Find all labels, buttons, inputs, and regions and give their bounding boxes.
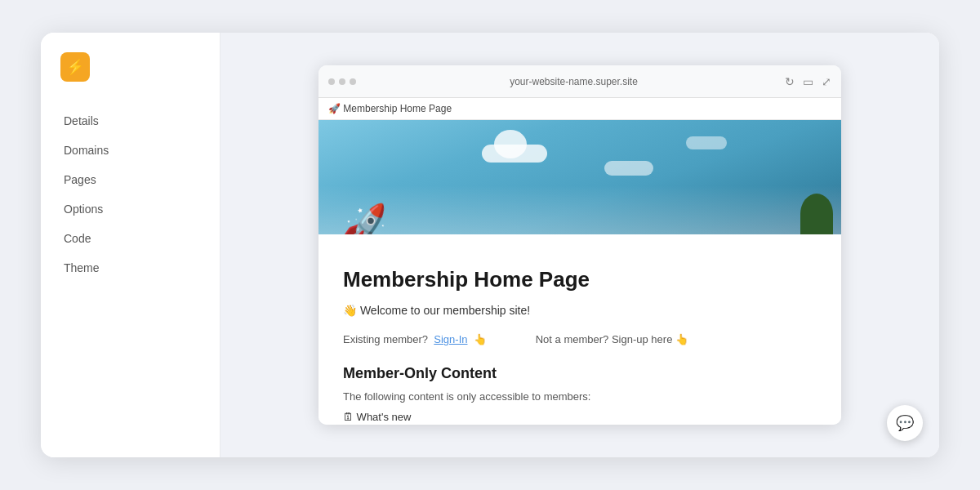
signin-label: Existing member? Sign-In 👆 bbox=[343, 333, 487, 345]
sidebar-item-code[interactable]: Code bbox=[60, 225, 220, 252]
hero-image: 🚀 bbox=[318, 120, 841, 234]
main-content-area: your-website-name.super.site ↻ ▭ ⤢ 🚀 Mem… bbox=[220, 33, 939, 457]
signup-label: Not a member? Sign-up here 👆 bbox=[536, 333, 688, 345]
tree-decoration bbox=[800, 194, 833, 234]
sidebar-item-domains[interactable]: Domains bbox=[60, 137, 220, 163]
sidebar-item-options[interactable]: Options bbox=[60, 196, 220, 222]
active-tab[interactable]: 🚀 Membership Home Page bbox=[328, 103, 452, 114]
cloud-decoration-3 bbox=[686, 136, 727, 149]
sidebar-logo[interactable]: ⚡ bbox=[60, 52, 90, 82]
member-section-desc: The following content is only accessible… bbox=[343, 390, 817, 403]
browser-dots bbox=[328, 78, 356, 85]
chat-icon: 💬 bbox=[896, 414, 914, 432]
signin-row: Existing member? Sign-In 👆 Not a member?… bbox=[343, 333, 817, 345]
sidebar-item-theme[interactable]: Theme bbox=[60, 255, 220, 281]
sidebar-item-pages[interactable]: Pages bbox=[60, 167, 220, 193]
logo-icon: ⚡ bbox=[66, 58, 84, 76]
browser-dot-green bbox=[350, 78, 356, 85]
content-item-1: 🗓 What's new bbox=[343, 411, 817, 423]
sidebar-item-details[interactable]: Details bbox=[60, 108, 220, 134]
browser-action-icons: ↻ ▭ ⤢ bbox=[785, 75, 831, 88]
fullscreen-icon[interactable]: ⤢ bbox=[822, 75, 831, 88]
browser-dot-yellow bbox=[339, 78, 345, 85]
cloud-decoration-1 bbox=[482, 145, 547, 163]
browser-chrome-bar: your-website-name.super.site ↻ ▭ ⤢ bbox=[318, 65, 841, 98]
browser-dot-red bbox=[328, 78, 335, 85]
sidebar-navigation: Details Domains Pages Options Code Theme bbox=[60, 108, 220, 281]
page-content: Membership Home Page 👋 Welcome to our me… bbox=[318, 234, 841, 425]
mobile-icon[interactable]: ▭ bbox=[803, 75, 813, 88]
sidebar: ⚡ Details Domains Pages Options Code The… bbox=[41, 33, 220, 457]
page-title: Membership Home Page bbox=[343, 267, 817, 292]
refresh-icon[interactable]: ↻ bbox=[785, 75, 795, 88]
cloud-decoration-2 bbox=[604, 161, 653, 176]
welcome-text: 👋 Welcome to our membership site! bbox=[343, 304, 817, 317]
signin-link[interactable]: Sign-In bbox=[434, 333, 467, 345]
member-section-title: Member-Only Content bbox=[343, 365, 817, 382]
browser-tab-bar: 🚀 Membership Home Page bbox=[318, 98, 841, 120]
browser-mockup: your-website-name.super.site ↻ ▭ ⤢ 🚀 Mem… bbox=[318, 65, 841, 425]
browser-body[interactable]: 🚀 Membership Home Page 👋 Welcome to our … bbox=[318, 120, 841, 425]
chat-button[interactable]: 💬 bbox=[887, 405, 923, 441]
browser-url-bar[interactable]: your-website-name.super.site bbox=[369, 76, 778, 87]
hero-rocket-emoji: 🚀 bbox=[338, 201, 394, 234]
app-window: ⚡ Details Domains Pages Options Code The… bbox=[41, 33, 939, 457]
